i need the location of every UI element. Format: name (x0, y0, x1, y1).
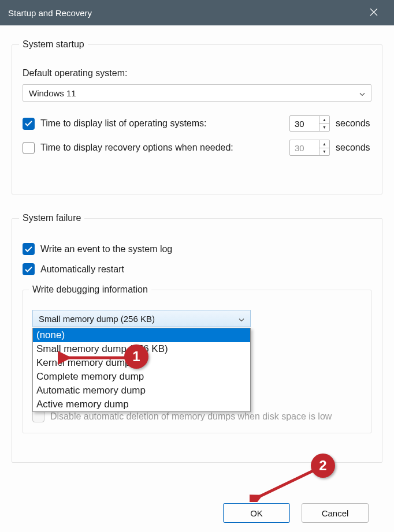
spinner-up-icon[interactable]: ▲ (319, 116, 329, 124)
annotation-step-2: 2 (311, 454, 335, 478)
dropdown-item-automatic[interactable]: Automatic memory dump (33, 384, 250, 398)
checkbox-display-recovery[interactable] (23, 142, 35, 154)
spinner-display-list-value: 30 (290, 116, 319, 131)
debug-dump-select[interactable]: Small memory dump (256 KB) (none) Small … (32, 310, 251, 327)
display-list-label: Time to display list of operating system… (40, 118, 284, 129)
seconds-label-2: seconds (336, 143, 371, 153)
legend-debug-info: Write debugging information (29, 284, 151, 295)
legend-system-failure: System failure (19, 213, 84, 223)
spinner-display-list[interactable]: 30 ▲ ▼ (289, 115, 330, 132)
window-title: Startup and Recovery (8, 8, 362, 18)
ok-button[interactable]: OK (223, 503, 290, 523)
chevron-down-icon (359, 88, 365, 98)
dropdown-item-complete[interactable]: Complete memory dump (33, 370, 250, 384)
spinner-display-recovery-value: 30 (290, 140, 319, 155)
spinner-up-icon: ▲ (319, 140, 329, 148)
cancel-button[interactable]: Cancel (302, 503, 369, 523)
checkbox-write-event[interactable] (23, 243, 35, 255)
display-recovery-label: Time to display recovery options when ne… (40, 143, 284, 153)
checkbox-display-list[interactable] (23, 118, 35, 130)
seconds-label-1: seconds (336, 118, 371, 129)
default-os-value: Windows 11 (29, 88, 76, 98)
group-system-failure: System failure Write an event to the sys… (12, 213, 382, 463)
default-os-label: Default operating system: (23, 68, 371, 78)
group-debug-info: Write debugging information Small memory… (23, 284, 371, 433)
group-system-startup: System startup Default operating system:… (12, 39, 382, 194)
default-os-select[interactable]: Windows 11 (23, 84, 371, 102)
close-icon[interactable] (362, 7, 386, 19)
auto-restart-label: Automatically restart (40, 264, 124, 275)
debug-dump-selected: Small memory dump (256 KB) (39, 314, 155, 324)
chevron-down-icon (239, 314, 244, 324)
dropdown-item-none[interactable]: (none) (33, 328, 250, 342)
checkbox-auto-restart[interactable] (23, 263, 35, 275)
checkbox-disable-deletion (32, 410, 44, 422)
disable-deletion-label: Disable automatic deletion of memory dum… (50, 411, 332, 422)
dropdown-item-active[interactable]: Active memory dump (33, 398, 250, 411)
debug-dump-dropdown[interactable]: (none) Small memory dump (256 KB) Kernel… (32, 328, 251, 412)
spinner-down-icon[interactable]: ▼ (319, 124, 329, 132)
annotation-step-1: 1 (124, 344, 148, 369)
legend-system-startup: System startup (19, 39, 88, 50)
spinner-display-recovery: 30 ▲ ▼ (289, 140, 330, 156)
write-event-label: Write an event to the system log (40, 244, 172, 254)
spinner-down-icon: ▼ (319, 148, 329, 156)
titlebar: Startup and Recovery (0, 0, 394, 25)
